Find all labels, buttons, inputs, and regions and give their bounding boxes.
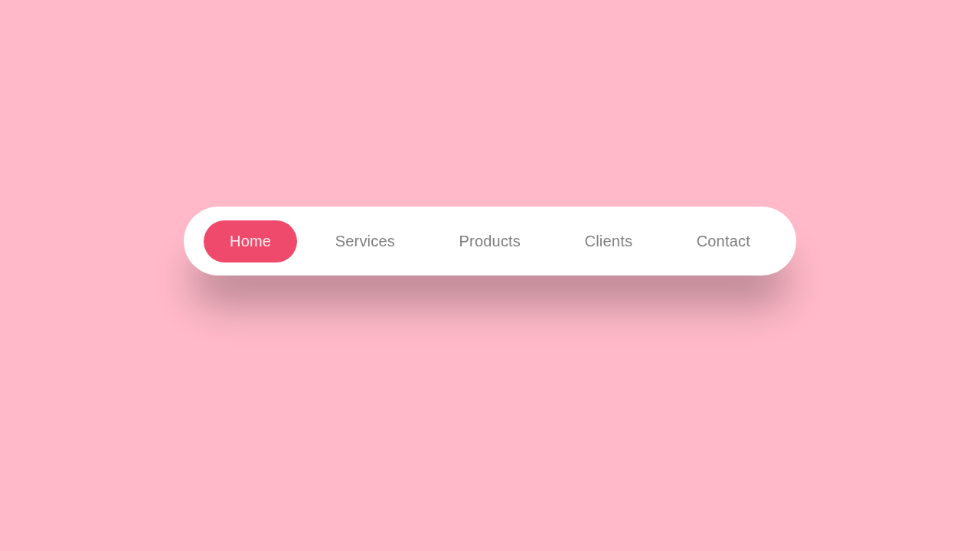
nav-item-label: Home [230, 233, 271, 249]
nav-item-products[interactable]: Products [433, 220, 547, 262]
nav-item-home[interactable]: Home [204, 220, 297, 262]
nav-item-contact[interactable]: Contact [671, 220, 776, 262]
nav-item-label: Products [459, 233, 521, 249]
nav-item-label: Contact [697, 233, 750, 249]
nav-item-label: Clients [585, 233, 633, 249]
main-nav: Home Services Products Clients Contact [184, 207, 796, 276]
nav-item-clients[interactable]: Clients [559, 220, 659, 262]
nav-item-label: Services [335, 233, 395, 249]
nav-item-services[interactable]: Services [309, 220, 421, 262]
